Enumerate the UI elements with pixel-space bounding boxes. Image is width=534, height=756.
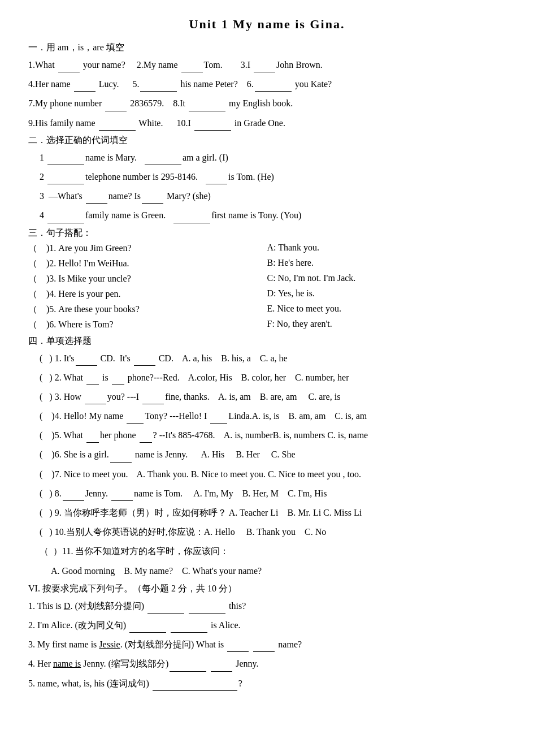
section1-line1: 1.What your name? 2.My name Tom. 3.I Joh… — [28, 57, 506, 72]
section4-item9: ( ) 9. 当你称呼李老师（男）时，应如何称呼？ A. Teacher Li … — [40, 505, 506, 520]
section2-line3: 3 —What's name? Is Mary? (she) — [40, 188, 506, 204]
section3-pair3: （ )3. Is Mike your uncle? C: No, I'm not… — [28, 273, 506, 285]
section4-header: 四．单项选择题 — [28, 335, 506, 347]
section3-pair5: （ )5. Are these your books? E. Nice to m… — [28, 304, 506, 316]
section5-header: VI. 按要求完成下列句子。（每小题 2 分，共 10 分） — [28, 583, 506, 595]
section1-line2: 4.Her name Lucy. 5. his name Peter? 6. y… — [28, 76, 506, 92]
section1-line3: 7.My phone number 2836579. 8.It my Engli… — [28, 96, 506, 111]
section3-pair1: （ )1. Are you Jim Green? A: Thank you. — [28, 243, 506, 254]
section3-pair6: （ )6. Where is Tom? F: No, they aren't. — [28, 319, 506, 331]
section4-item11: （ ）11. 当你不知道对方的名字时，你应该问： — [40, 543, 506, 559]
section3-header: 三．句子搭配： — [28, 227, 506, 239]
section4-item6: ( )6. She is a girl. name is Jenny. A. H… — [40, 447, 506, 462]
section4-item7: ( )7. Nice to meet you. A. Thank you. B.… — [40, 466, 506, 482]
section1-header: 一．用 am，is，are 填空 — [28, 42, 506, 54]
section2-line2: 2 telephone number is 295-8146. is Tom. … — [40, 169, 506, 184]
section3-pair2: （ )2. Hello! I'm WeiHua. B: He's here. — [28, 258, 506, 270]
section2-header: 二．选择正确的代词填空 — [28, 135, 506, 146]
section4-item2: ( ) 2. What is phone?---Red. A.color, Hi… — [40, 370, 506, 385]
section5-item1: 1. This is D. (对划线部分提问) this? — [28, 598, 506, 614]
page-title: Unit 1 My name is Gina. — [28, 17, 506, 32]
section4-item3: ( ) 3. How you? ---I fine, thanks. A. is… — [40, 389, 506, 404]
section4-item4: ( )4. Hello! My name Tony? ---Hello! I L… — [40, 408, 506, 424]
section5-item2: 2. I'm Alice. (改为同义句) is Alice. — [28, 617, 506, 633]
section5-item5: 5. name, what, is, his (连词成句) ? — [28, 676, 506, 691]
section5-item4: 4. Her name is Jenny. (缩写划线部分) Jenny. — [28, 656, 506, 671]
section2-line1: 1 name is Mary. am a girl. (I) — [40, 150, 506, 165]
section4-item8: ( ) 8.Jenny. name is Tom. A. I'm, My B. … — [40, 486, 506, 501]
section3-pair4: （ )4. Here is your pen. D: Yes, he is. — [28, 288, 506, 300]
section4-item10: ( ) 10.当别人夸你英语说的好时,你应说：A. Hello B. Thank… — [40, 524, 506, 539]
section2-line4: 4 family name is Green. first name is To… — [40, 208, 506, 223]
section4-item11-options: A. Good morning B. My name? C. What's yo… — [51, 563, 506, 578]
section4-item1: ( ) 1. It's CD. It's CD. A. a, his B. hi… — [40, 351, 506, 366]
section5-item3: 3. My first name is Jessie. (对划线部分提问) Wh… — [28, 637, 506, 652]
section1-line4: 9.His family name White. 10.I in Grade O… — [28, 115, 506, 131]
section4-item5: ( )5. What her phone ? --It's 885-4768. … — [40, 427, 506, 443]
